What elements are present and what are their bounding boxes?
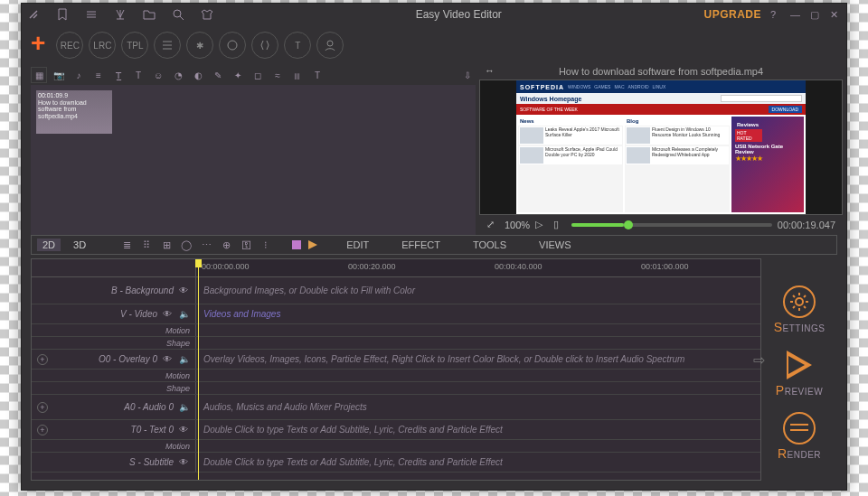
- news-card-2: Microsoft Surface, Apple iPad Could Doub…: [545, 147, 621, 157]
- preview-controls: ⤢ 100% ▷ ▯ 00:00:19.047: [479, 215, 843, 235]
- snowflake-icon[interactable]: ✱: [186, 32, 213, 59]
- search-icon[interactable]: [172, 8, 184, 21]
- stop-button[interactable]: [292, 240, 301, 249]
- preview-viewport[interactable]: SOFTPEDIA WINDOWSGAMESMACANDROIDLINUX Wi…: [479, 80, 843, 215]
- add-audio-button[interactable]: +: [37, 402, 48, 413]
- brush-icon[interactable]: ✎: [210, 67, 226, 83]
- app-logo-icon[interactable]: [27, 8, 40, 21]
- speaker-icon[interactable]: 🔈: [179, 354, 190, 365]
- menu-effect[interactable]: EFFECT: [401, 239, 440, 250]
- track-video-motion-body[interactable]: [196, 324, 760, 336]
- grid-icon-2[interactable]: ⊞: [160, 239, 173, 251]
- play-button[interactable]: [308, 240, 317, 249]
- download-badge: DOWNLOAD: [769, 106, 802, 113]
- ruler[interactable]: 00:00:00.000 00:00:20.000 00:00:40.000 0…: [196, 259, 760, 276]
- arrow-right-icon[interactable]: ⇨: [753, 351, 765, 369]
- lock-icon[interactable]: ⚿: [240, 239, 252, 251]
- upgrade-link[interactable]: UPGRADE: [703, 8, 761, 21]
- music-icon[interactable]: ♪: [71, 67, 87, 83]
- minimize-icon[interactable]: —: [790, 9, 801, 20]
- eye-icon[interactable]: 👁: [163, 354, 174, 365]
- camera-icon[interactable]: 📷: [51, 67, 67, 83]
- close-icon[interactable]: ✕: [830, 9, 841, 20]
- preview-play-icon[interactable]: ▷: [535, 219, 548, 231]
- toolbar-icon-3[interactable]: [219, 32, 246, 59]
- list-icon[interactable]: [85, 8, 98, 21]
- clip-thumbnail[interactable]: 00:01:09.9 How to download software from…: [36, 90, 112, 134]
- track-text-body[interactable]: Double Click to type Texts or Add Subtit…: [196, 420, 760, 439]
- time-display: 00:00:19.047: [778, 220, 835, 230]
- review-title: USB Network Gate Review: [735, 144, 800, 154]
- fullscreen-icon[interactable]: ⤢: [486, 219, 499, 231]
- text-tool-icon[interactable]: [114, 8, 127, 21]
- smile-icon[interactable]: ☺: [150, 67, 166, 83]
- menu-tools[interactable]: TOOLS: [473, 239, 506, 250]
- track-overlay-motion-label: Motion: [165, 371, 190, 380]
- add-overlay-button[interactable]: +: [37, 354, 48, 365]
- dots-icon[interactable]: ⁝: [259, 239, 272, 251]
- script-icon[interactable]: [251, 32, 278, 59]
- template-button[interactable]: TPL: [121, 32, 148, 59]
- preview-button[interactable]: PREVIEW: [776, 349, 823, 398]
- bookmark-icon[interactable]: [56, 8, 69, 21]
- text-t-icon[interactable]: T: [130, 67, 146, 83]
- playhead[interactable]: [198, 259, 199, 480]
- render-button[interactable]: RENDER: [778, 412, 821, 461]
- speaker-icon[interactable]: 🔈: [179, 309, 190, 320]
- track-audio-body[interactable]: Audios, Musics and Audio Mixer Projects: [196, 395, 760, 419]
- circle-tool-icon[interactable]: ◯: [180, 239, 193, 251]
- tab-3d[interactable]: 3D: [68, 239, 91, 251]
- track-overlay-body[interactable]: Overlay Videos, Images, Icons, Particle …: [196, 350, 760, 369]
- track-video-label: V - Video: [120, 309, 157, 319]
- settings-button[interactable]: SETTINGS: [774, 285, 826, 334]
- add-circle-icon[interactable]: ⊕: [220, 239, 232, 251]
- help-icon[interactable]: ?: [770, 9, 781, 20]
- lyric-button[interactable]: LRC: [89, 32, 116, 59]
- eye-icon[interactable]: 👁: [179, 285, 190, 296]
- star-icon[interactable]: ✦: [230, 67, 246, 83]
- eye-icon[interactable]: 👁: [179, 457, 190, 468]
- align-left-icon[interactable]: ≣: [120, 239, 133, 251]
- user-icon[interactable]: [316, 32, 344, 59]
- maximize-icon[interactable]: ▢: [810, 9, 821, 20]
- track-bg-body[interactable]: Background Images, or Double click to Fi…: [196, 277, 760, 304]
- square-icon[interactable]: ◻: [250, 67, 266, 83]
- speaker-icon[interactable]: 🔈: [179, 402, 190, 413]
- waveform-icon[interactable]: ≈: [269, 67, 286, 83]
- tab-2d[interactable]: 2D: [37, 239, 61, 251]
- eye-icon[interactable]: 👁: [163, 309, 174, 320]
- expand-arrows-icon[interactable]: ↔: [485, 65, 497, 78]
- lines-icon[interactable]: ≡: [90, 67, 107, 83]
- col-blog-title: Blog: [625, 117, 730, 126]
- big-t-icon[interactable]: T: [309, 67, 326, 83]
- download-icon[interactable]: ⇩: [459, 67, 476, 83]
- track-video-body[interactable]: Videos and Images: [196, 304, 760, 323]
- eye-icon[interactable]: 👁: [179, 425, 190, 435]
- menu-edit[interactable]: EDIT: [346, 239, 369, 250]
- media-grid-icon[interactable]: ▦: [31, 67, 47, 83]
- timeline[interactable]: 00:00:00.000 00:00:20.000 00:00:40.000 0…: [31, 258, 761, 481]
- track-text-motion-body[interactable]: [196, 440, 760, 452]
- add-text-button[interactable]: +: [37, 425, 48, 435]
- halfshade-icon[interactable]: ◐: [190, 67, 206, 83]
- record-button[interactable]: REC: [56, 32, 83, 59]
- track-subtitle-body[interactable]: Double Click to type Texts or Add Subtit…: [196, 453, 760, 472]
- bars-icon[interactable]: ⫼: [289, 67, 306, 83]
- text-circle-icon[interactable]: T: [284, 32, 311, 59]
- seek-bar[interactable]: [571, 223, 772, 227]
- track-video-shape-body[interactable]: [196, 337, 760, 349]
- menu-views[interactable]: VIEWS: [539, 239, 571, 250]
- track-overlay-motion-body[interactable]: [196, 370, 760, 381]
- circle-icon[interactable]: ◔: [170, 67, 186, 83]
- toolbar-icon-1[interactable]: [154, 32, 181, 59]
- preview-stop-icon[interactable]: ▯: [553, 219, 566, 231]
- add-button[interactable]: +: [31, 29, 51, 61]
- grid-small-icon[interactable]: ⠿: [140, 239, 153, 251]
- track-overlay-shape-body[interactable]: [196, 382, 760, 394]
- media-bin[interactable]: 00:01:09.9 How to download software from…: [31, 85, 476, 235]
- shirt-icon[interactable]: [201, 8, 213, 21]
- effects-icon[interactable]: T̲: [110, 67, 127, 83]
- dash-line-icon[interactable]: ⋯: [200, 239, 212, 251]
- ruler-t1: 00:00:20.000: [348, 262, 396, 271]
- folder-icon[interactable]: [143, 8, 156, 21]
